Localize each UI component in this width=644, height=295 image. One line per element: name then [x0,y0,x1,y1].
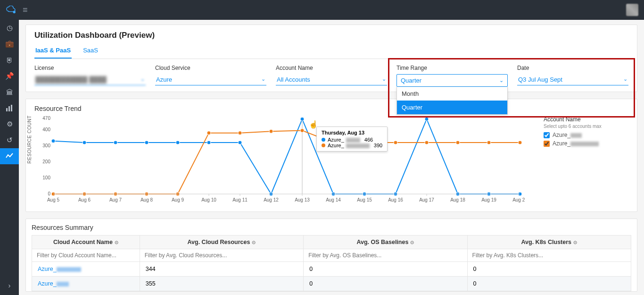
svg-point-52 [300,117,304,121]
chart-tooltip: Thursday, Aug 13 Azure_ 466 Azure_ 390 [316,126,388,152]
svg-rect-3 [11,105,12,111]
svg-point-71 [394,141,397,144]
filter-time-range-label: Time Range [396,65,508,71]
chevron-down-icon: ⌄ [261,76,265,82]
cell-avg-os-1: 0 [304,277,467,291]
sidebar: ◷ 💼 ⛨ 📌 🏛 ⚙ ↺ › [0,20,19,295]
svg-text:100: 100 [42,175,50,180]
tab-saas[interactable]: SaaS [82,44,99,59]
tooltip-series-1-name: Azure_ [328,143,372,148]
filter-input-os[interactable] [304,249,467,261]
svg-text:Aug 6: Aug 6 [78,197,91,202]
filter-account-name-label: Account Name [276,65,387,71]
filter-date-label: Date [517,65,628,71]
time-range-select[interactable]: Quarter⌄ [396,74,508,87]
sidebar-item-settings[interactable]: ⚙ [0,116,19,132]
cell-avg-k8s-1: 0 [468,277,631,291]
svg-text:300: 300 [42,143,50,148]
col-avg-os[interactable]: Avg. OS Baselines⊙ [304,236,467,249]
legend-checkbox-0[interactable] [544,132,550,138]
summary-panel: Resources Summary Cloud Account Name⊙ Av… [25,219,637,292]
legend-checkbox-1[interactable] [544,141,550,147]
legend-title: Account Name [544,116,602,123]
svg-point-65 [207,131,211,135]
account-link-1[interactable]: Azure_ [38,280,69,287]
col-avg-cloud[interactable]: Avg. Cloud Resources⊙ [140,236,303,249]
license-select[interactable]: ████████████ ████⌄ [34,74,146,85]
legend-item-0[interactable]: Azure_ [544,132,602,138]
filter-input-account[interactable] [32,249,140,261]
summary-table: Cloud Account Name⊙ Avg. Cloud Resources… [32,235,631,291]
legend-item-1[interactable]: Azure_ [544,140,602,147]
chevron-down-icon: ⌄ [382,76,386,82]
svg-point-50 [238,141,242,144]
svg-text:200: 200 [42,159,50,164]
col-avg-k8s[interactable]: Avg. K8s Clusters⊙ [467,236,631,249]
filter-input-cloud[interactable] [140,249,303,261]
svg-point-73 [456,141,460,144]
svg-point-45 [83,141,86,144]
filter-license-label: License [34,65,146,71]
svg-point-75 [518,141,522,144]
topbar: ≡ [0,0,644,20]
table-row: Azure_ 344 0 0 [32,262,631,277]
sidebar-item-reports[interactable] [0,100,19,116]
svg-text:Aug 14: Aug 14 [326,197,341,202]
sidebar-item-governance[interactable]: 🏛 [0,84,19,100]
table-row: Azure_ 355 0 0 [32,277,631,291]
svg-point-49 [207,141,211,144]
account-name-select[interactable]: All Accounts⌄ [276,74,387,85]
svg-text:Aug 11: Aug 11 [232,197,248,202]
chevron-down-icon: ⌄ [499,77,504,84]
sidebar-item-briefcase[interactable]: 💼 [0,36,19,52]
svg-text:Aug 20: Aug 20 [512,197,525,202]
dropdown-option-month[interactable]: Month [397,87,507,101]
chart-panel: Resource Trend RESOURCE COUNT 0100200300… [25,99,637,212]
sidebar-item-history[interactable]: ↺ [0,132,19,148]
svg-text:Aug 10: Aug 10 [201,197,216,202]
sidebar-expand-icon[interactable]: › [0,277,19,293]
tooltip-dot-blue [322,138,325,142]
svg-text:Aug 15: Aug 15 [357,197,372,202]
summary-title: Resources Summary [32,224,631,231]
filters-row: License ████████████ ████⌄ Cloud Service… [34,65,628,87]
svg-text:Aug 12: Aug 12 [264,197,279,202]
svg-text:400: 400 [42,127,50,132]
dropdown-option-quarter[interactable]: Quarter [397,101,507,114]
sidebar-item-dashboard[interactable]: ◷ [0,20,19,36]
svg-text:Aug 8: Aug 8 [140,197,153,202]
avatar[interactable] [626,4,638,16]
account-link-0[interactable]: Azure_ [38,266,81,272]
svg-point-48 [176,141,180,144]
tabs: IaaS & PaaS SaaS [34,44,628,59]
svg-text:Aug 17: Aug 17 [419,197,434,202]
col-cloud-account[interactable]: Cloud Account Name⊙ [32,236,140,249]
cell-avg-cloud-0: 344 [140,262,303,276]
filter-input-k8s[interactable] [468,249,631,261]
date-select[interactable]: Q3 Jul Aug Sept⌄ [517,74,628,85]
sort-icon: ⊙ [115,240,118,245]
sidebar-item-shield[interactable]: ⛨ [0,52,19,68]
svg-point-44 [51,139,55,143]
cell-avg-os-0: 0 [304,262,467,276]
svg-text:Aug 19: Aug 19 [481,197,496,202]
svg-text:Aug 9: Aug 9 [172,197,184,202]
sidebar-item-pin[interactable]: 📌 [0,68,19,84]
svg-point-67 [269,129,273,133]
sidebar-item-utilization[interactable] [0,148,19,164]
tab-iaas-paas[interactable]: IaaS & PaaS [34,44,72,59]
filter-account-name: Account Name All Accounts⌄ [276,65,387,87]
svg-text:Aug 5: Aug 5 [47,197,60,202]
menu-toggle-icon[interactable]: ≡ [23,5,28,15]
svg-point-56 [425,117,429,121]
svg-text:0: 0 [48,191,50,196]
chart-title: Resource Trend [34,105,628,112]
sort-icon: ⊙ [573,240,577,245]
chart-svg: 0100200300400470Aug 5Aug 6Aug 7Aug 8Aug … [34,116,525,206]
chevron-down-icon: ⌄ [623,76,627,82]
svg-point-68 [300,129,304,133]
svg-point-46 [114,141,117,144]
filter-date: Date Q3 Jul Aug Sept⌄ [517,65,628,87]
cloud-service-select[interactable]: Azure⌄ [155,74,266,85]
logo-icon [6,6,16,14]
